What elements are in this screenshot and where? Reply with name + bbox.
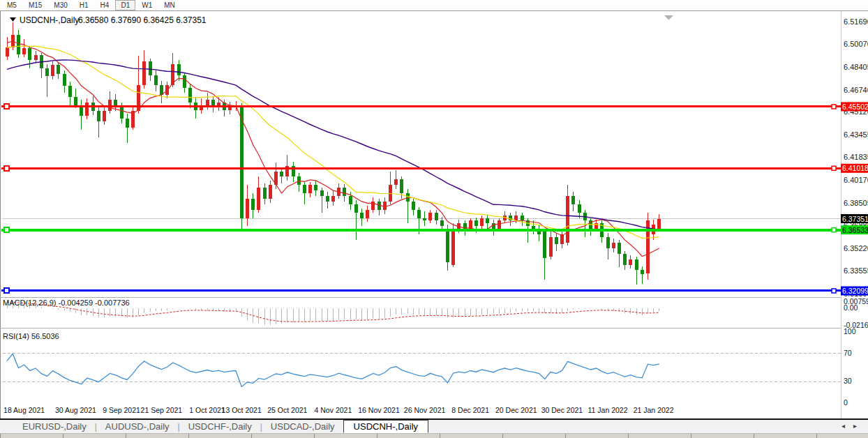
level-connector-handle-icon bbox=[832, 289, 836, 293]
timeframe-button-mn[interactable]: MN bbox=[158, 0, 181, 10]
tab-scroll-right-icon[interactable]: ▸ bbox=[853, 422, 865, 430]
timeframe-button-h1[interactable]: H1 bbox=[74, 0, 94, 10]
time-tick-label: 21 Sep 2021 bbox=[141, 406, 183, 414]
rsi-axis-label: 0 bbox=[844, 398, 848, 407]
price-tick-label: 6.43455 bbox=[844, 130, 868, 139]
time-tick-label: 13 Oct 2021 bbox=[222, 406, 262, 414]
timeframe-button-m30[interactable]: M30 bbox=[48, 0, 73, 10]
rsi-indicator-label: RSI(14) 56.5036 bbox=[3, 332, 59, 340]
level-handle-icon[interactable] bbox=[4, 104, 9, 109]
time-tick-label: 18 Aug 2021 bbox=[3, 406, 45, 414]
level-handle-icon[interactable] bbox=[4, 166, 9, 171]
current-price-label: 6.37351 bbox=[842, 215, 868, 223]
symbol-tab-bar: EURUSD-,Daily|AUDUSD-,Daily|USDCHF-,Dail… bbox=[0, 418, 868, 433]
tab-scroll-left-icon[interactable]: ◂ bbox=[841, 422, 853, 430]
chart-plot-area[interactable]: 6.516906.500706.484056.467406.451206.434… bbox=[0, 11, 868, 418]
macd-indicator-label: MACD(12,26,9) -0.004259 -0.007736 bbox=[3, 299, 130, 307]
price-tick-label: 6.38505 bbox=[844, 199, 868, 207]
time-tick-label: 21 Jan 2022 bbox=[634, 406, 674, 414]
symbol-tab-usdcnh[interactable]: USDCNH-,Daily bbox=[343, 420, 428, 433]
price-tick-label: 6.35220 bbox=[844, 244, 868, 252]
level-connector-handle-icon bbox=[832, 228, 836, 232]
rsi-axis-label: 100 bbox=[844, 327, 856, 335]
time-tick-label: 4 Nov 2021 bbox=[315, 406, 352, 414]
time-tick-label: 20 Dec 2021 bbox=[495, 406, 537, 414]
level-price-label: 6.45502 bbox=[842, 103, 868, 111]
level-handle-icon[interactable] bbox=[4, 227, 9, 232]
rsi-axis-label: 30 bbox=[844, 377, 852, 385]
price-tick-label: 6.46740 bbox=[844, 86, 868, 94]
timeframe-toolbar: M5M15M30H1H4D1W1MN bbox=[0, 0, 868, 11]
time-tick-label: 11 Jan 2022 bbox=[588, 406, 627, 414]
time-axis[interactable]: 18 Aug 202130 Aug 20219 Sep 202121 Sep 2… bbox=[3, 406, 674, 414]
toolbar-separator bbox=[186, 1, 186, 10]
price-tick-label: 6.41835 bbox=[844, 153, 868, 161]
level-price-label: 6.32099 bbox=[842, 287, 868, 295]
time-tick-label: 1 Oct 2021 bbox=[189, 406, 225, 414]
level-connector-handle-icon bbox=[832, 105, 836, 109]
price-tick-label: 6.40170 bbox=[844, 176, 868, 184]
symbol-tab-audusd[interactable]: AUDUSD-,Daily bbox=[97, 421, 178, 432]
tab-scroll-arrows[interactable]: ◂▸ bbox=[841, 422, 865, 430]
symbol-tab-usdcad[interactable]: USDCAD-,Daily bbox=[262, 421, 343, 432]
time-tick-label: 26 Nov 2021 bbox=[404, 406, 446, 414]
timeframe-button-w1[interactable]: W1 bbox=[136, 0, 158, 10]
price-tick-label: 6.50070 bbox=[844, 40, 868, 48]
time-tick-label: 30 Dec 2021 bbox=[541, 406, 583, 414]
level-price-label: 6.41018 bbox=[842, 164, 868, 172]
timeframe-button-m5[interactable]: M5 bbox=[1, 0, 22, 10]
chart-background bbox=[0, 11, 868, 418]
price-tick-label: 6.33555 bbox=[844, 266, 868, 275]
macd-axis-label: 0.00 bbox=[844, 303, 858, 312]
chart-title-symbol: USDCNH-,Daily bbox=[20, 15, 79, 25]
chart-title-ohlc: 6.36580 6.37690 6.36425 6.37351 bbox=[78, 15, 207, 25]
symbol-tab-usdchf[interactable]: USDCHF-,Daily bbox=[180, 421, 260, 432]
symbol-tab-eurusd[interactable]: EURUSD-,Daily bbox=[14, 421, 95, 432]
timeframe-button-h4[interactable]: H4 bbox=[95, 0, 115, 10]
horizontal-scrollbar[interactable] bbox=[0, 433, 868, 438]
level-connector-handle-icon bbox=[832, 166, 836, 170]
rsi-axis-label: 70 bbox=[844, 349, 852, 357]
timeframe-button-d1[interactable]: D1 bbox=[115, 0, 135, 10]
trading-terminal-window: M5M15M30H1H4D1W1MN 6.516906.500706.48405… bbox=[0, 0, 868, 438]
price-tick-label: 6.48405 bbox=[844, 63, 868, 71]
price-tick-label: 6.51690 bbox=[844, 17, 868, 26]
time-tick-label: 25 Oct 2021 bbox=[267, 406, 307, 414]
time-tick-label: 16 Nov 2021 bbox=[358, 406, 400, 414]
level-handle-icon[interactable] bbox=[4, 288, 9, 293]
time-tick-label: 8 Dec 2021 bbox=[451, 406, 489, 414]
level-price-label: 6.36533 bbox=[842, 226, 868, 234]
timeframe-button-m15[interactable]: M15 bbox=[23, 0, 47, 10]
time-tick-label: 9 Sep 2021 bbox=[103, 406, 140, 414]
time-tick-label: 30 Aug 2021 bbox=[55, 406, 96, 414]
